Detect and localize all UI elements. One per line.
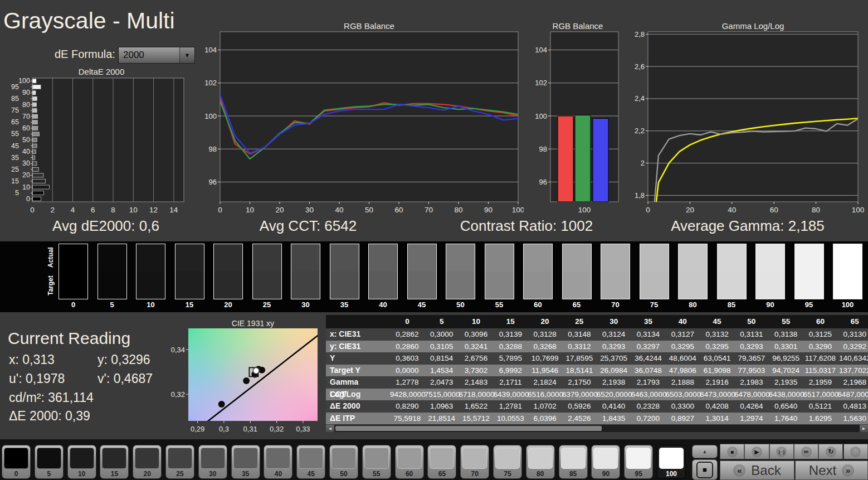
table-column-header: 60 [803, 315, 838, 328]
table-cell: 0,5121 [803, 400, 838, 413]
table-scrollbar[interactable]: ◀ ▶ [326, 425, 868, 432]
svg-text:4: 4 [71, 206, 75, 214]
swatch-level-label: 10 [136, 300, 165, 309]
pattern-window-button[interactable]: [··] [769, 444, 794, 459]
de-formula-label: dE Formula: [55, 48, 115, 61]
table-cell: 36,4244 [631, 352, 666, 365]
patch-button-0[interactable]: 0 [2, 445, 31, 479]
table-cell: 9428,0000 [390, 389, 425, 401]
patch-button-70[interactable]: 70 [460, 445, 489, 479]
patch-button-65[interactable]: 65 [427, 445, 456, 479]
patch-chip [430, 448, 454, 469]
svg-text:1,8: 1,8 [635, 191, 645, 200]
target-half [98, 271, 126, 299]
table-cell: 1,0702 [528, 400, 562, 413]
patch-chip [135, 448, 159, 469]
table-row: Y0,36030,81542,67565,789510,769917,85952… [326, 352, 868, 365]
grayscale-swatch-10 [136, 244, 165, 299]
scrollbar-thumb[interactable] [335, 426, 602, 431]
actual-half [524, 244, 552, 271]
stop-pattern-button[interactable]: ■ [692, 459, 718, 480]
svg-text:25: 25 [11, 166, 19, 173]
scroll-left-button[interactable]: ◀ [326, 425, 334, 432]
swatch-level-label: 90 [755, 300, 785, 309]
scroll-right-button[interactable]: ▶ [860, 425, 868, 432]
next-button[interactable]: Next » [795, 460, 868, 480]
table-cell: 1,2778 [390, 376, 425, 389]
patch-button-55[interactable]: 55 [362, 445, 391, 479]
table-cell: 75,5918 [390, 413, 425, 425]
stop-button[interactable]: ■ [720, 444, 744, 459]
svg-text:85: 85 [11, 95, 19, 103]
swatch-level-label: 5 [97, 300, 127, 309]
table-cell: 1,6522 [459, 400, 494, 413]
table-row-label: y: CIE31 [326, 341, 390, 353]
record-button[interactable] [843, 444, 868, 459]
collapse-button[interactable]: ▲ [692, 445, 718, 458]
table-cell: 10,0553 [493, 413, 528, 425]
patch-chip [364, 448, 389, 469]
patch-button-label: 100 [657, 470, 685, 478]
table-cell: 117,6208 [803, 352, 838, 365]
patch-button-20[interactable]: 20 [133, 445, 162, 479]
patch-button-50[interactable]: 50 [329, 445, 358, 479]
refresh-icon: ↻ [826, 447, 836, 457]
svg-text:0,32: 0,32 [171, 390, 185, 399]
de-formula-dropdown[interactable]: 2000 ▼ [118, 47, 195, 64]
table-cell: 0,3301 [769, 341, 803, 353]
patch-button-30[interactable]: 30 [198, 445, 227, 479]
table-cell: 6517,0000 [803, 389, 838, 401]
patch-button-100[interactable]: 100 [657, 445, 686, 479]
table-cell: 0,3096 [459, 328, 494, 341]
patch-chip [331, 448, 356, 469]
back-button-label: Back [751, 463, 781, 478]
grayscale-swatch-75 [640, 244, 669, 299]
table-row: ΔE 20000,82901,09631,65221,27811,07020,5… [326, 400, 868, 413]
patch-button-40[interactable]: 40 [264, 445, 292, 479]
patch-button-15[interactable]: 15 [100, 445, 129, 479]
table-cell: 10,7699 [528, 352, 562, 365]
patch-button-80[interactable]: 80 [526, 445, 555, 479]
patch-button-95[interactable]: 95 [624, 445, 653, 479]
patch-button-60[interactable]: 60 [395, 445, 424, 479]
svg-text:12: 12 [149, 206, 158, 214]
contrast-ratio-summary: Contrast Ratio: 1002 [426, 217, 627, 235]
svg-text:0,3: 0,3 [219, 425, 229, 433]
grayscale-swatch-95 [794, 244, 824, 299]
patch-button-90[interactable]: 90 [591, 445, 620, 479]
target-half [640, 271, 669, 299]
patch-button-5[interactable]: 5 [35, 445, 64, 479]
patch-button-35[interactable]: 35 [231, 445, 260, 479]
stop-icon: ■ [727, 447, 738, 457]
patch-button-75[interactable]: 75 [493, 445, 522, 479]
svg-text:100: 100 [578, 206, 591, 214]
loop-infinite-button[interactable]: ∞ [794, 444, 818, 459]
svg-text:50: 50 [22, 136, 30, 144]
play-button[interactable]: ▶ [744, 444, 769, 459]
table-row-label: CCT [326, 389, 390, 401]
table-column-header: 30 [597, 315, 631, 328]
patch-chip [593, 448, 618, 469]
refresh-button[interactable]: ↻ [818, 444, 843, 459]
actual-half [136, 244, 165, 271]
target-half [795, 271, 823, 299]
patch-button-85[interactable]: 85 [559, 445, 588, 479]
table-column-header: 10 [459, 315, 494, 328]
grayscale-swatch-55 [485, 244, 514, 299]
table-cell: 115,0317 [803, 365, 838, 377]
patch-button-45[interactable]: 45 [296, 445, 325, 479]
table-corner-cell [326, 315, 390, 328]
table-cell: 0,3105 [425, 341, 459, 353]
back-button[interactable]: « Back [720, 460, 794, 480]
patch-button-label: 70 [461, 470, 489, 478]
table-column-header: 15 [493, 315, 528, 328]
table-cell: 61,9098 [700, 365, 734, 377]
svg-text:100: 100 [535, 112, 547, 120]
svg-text:96: 96 [209, 178, 217, 186]
svg-text:95: 95 [11, 83, 19, 91]
chevron-down-icon[interactable]: ▼ [179, 47, 194, 63]
patch-chip [626, 448, 651, 469]
patch-button-25[interactable]: 25 [165, 445, 194, 479]
patch-button-10[interactable]: 10 [67, 445, 96, 479]
svg-text:0,34: 0,34 [171, 346, 185, 354]
